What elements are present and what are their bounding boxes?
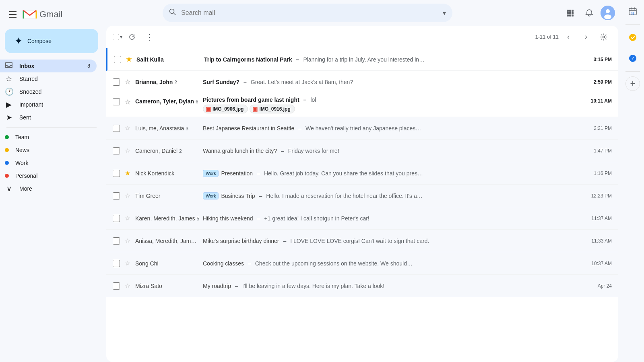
avatar-image — [601, 6, 615, 20]
email-checkbox[interactable] — [113, 260, 120, 267]
svg-text:✓: ✓ — [631, 56, 634, 61]
sent-label: Sent — [19, 114, 31, 121]
inbox-label: Inbox — [19, 63, 34, 69]
attachment-icon: ▣ — [206, 106, 211, 112]
email-checkbox[interactable] — [113, 78, 120, 86]
star-icon[interactable]: ★ — [126, 56, 132, 63]
email-checkbox[interactable] — [113, 125, 120, 132]
email-content: Pictures from board game last night – lo… — [203, 97, 580, 113]
snoozed-label: Snoozed — [19, 88, 41, 95]
email-content: Work Presentation – Hello. Great job tod… — [203, 170, 580, 177]
sidebar-item-inbox[interactable]: Inbox 8 — [0, 60, 97, 72]
sidebar-item-more[interactable]: ∨ More — [0, 182, 97, 195]
star-icon[interactable]: ★ — [125, 169, 130, 177]
select-dropdown-icon[interactable]: ▾ — [120, 34, 122, 40]
main-area: ▾ — [103, 0, 621, 362]
sidebar-item-sent[interactable]: ➤ Sent — [0, 111, 97, 124]
attachment-chip[interactable]: ▣ IMG_0916.jpg — [250, 105, 295, 113]
gmail-logo-icon — [23, 9, 37, 20]
svg-rect-10 — [572, 14, 574, 16]
email-content: Trip to Cairngorms National Park – Plann… — [204, 56, 580, 63]
email-checkbox[interactable] — [113, 215, 120, 222]
sidebar-item-personal[interactable]: Personal — [0, 169, 97, 182]
personal-label: Personal — [15, 173, 37, 179]
star-icon[interactable]: ☆ — [125, 237, 130, 245]
email-time: 10:11 AM — [584, 97, 612, 104]
calendar-icon-btn[interactable]: 31 — [625, 3, 641, 19]
prev-page-button[interactable]: ‹ — [560, 29, 576, 45]
email-sender: Nick Kortendick — [135, 170, 200, 177]
notifications-button[interactable] — [581, 5, 597, 21]
sidebar-item-team[interactable]: Team — [0, 131, 97, 144]
table-row[interactable]: ★ Salit Kulla Trip to Cairngorms Nationa… — [106, 48, 618, 71]
star-icon[interactable]: ☆ — [125, 97, 130, 106]
bell-icon — [585, 9, 593, 17]
work-label: Work — [15, 160, 28, 166]
news-dot-icon — [5, 148, 9, 152]
more-label: More — [19, 185, 32, 192]
sidebar-item-snoozed[interactable]: 🕐 Snoozed — [0, 85, 97, 98]
refresh-button[interactable] — [124, 29, 140, 45]
calendar-button[interactable]: 31 — [625, 3, 641, 19]
table-row[interactable]: ☆ Mizra Sato My roadtrip – I'll be leavi… — [106, 275, 618, 297]
table-row[interactable]: ☆ Tim Greer Work Business Trip – Hello. … — [106, 185, 618, 207]
table-row[interactable]: ☆ Cameron, Tyler, Dylan 6 Pictures from … — [106, 93, 618, 117]
email-subject: Wanna grab lunch in the city? — [203, 148, 277, 154]
email-checkbox[interactable] — [114, 56, 121, 63]
search-bar[interactable]: ▾ — [163, 4, 452, 22]
table-row[interactable]: ☆ Anissa, Meredith, James 3 Mike's surpr… — [106, 230, 618, 252]
sidebar-item-important[interactable]: ▶ Important — [0, 98, 97, 111]
table-row[interactable]: ☆ Luis, me, Anastasia 3 Best Japanese Re… — [106, 117, 618, 140]
attachment-chip[interactable]: ▣ IMG_0906.jpg — [203, 105, 248, 113]
settings-button[interactable] — [596, 29, 612, 45]
table-row[interactable]: ☆ Cameron, Daniel 2 Wanna grab lunch in … — [106, 140, 618, 162]
table-row[interactable]: ☆ Song Chi Cooking classes – Check out t… — [106, 252, 618, 275]
calendar-icon: 31 — [628, 7, 637, 16]
email-subject: Pictures from board game last night — [203, 97, 299, 103]
email-checkbox[interactable] — [113, 147, 120, 154]
sidebar-item-work[interactable]: Work — [0, 156, 97, 169]
next-page-button[interactable]: › — [578, 29, 594, 45]
star-icon[interactable]: ☆ — [125, 124, 130, 132]
star-icon[interactable]: ☆ — [125, 192, 130, 200]
add-addon-button[interactable]: + — [625, 76, 640, 91]
email-time: 2:21 PM — [584, 125, 612, 131]
table-row[interactable]: ☆ Brianna, John 2 Surf Sunday? – Great. … — [106, 71, 618, 93]
svg-point-14 — [603, 36, 605, 38]
hamburger-menu[interactable] — [5, 6, 21, 23]
search-input[interactable] — [181, 9, 438, 16]
apps-button[interactable] — [562, 5, 578, 21]
email-checkbox[interactable] — [113, 98, 120, 105]
select-all-checkbox[interactable] — [113, 34, 119, 40]
table-row[interactable]: ★ Nick Kortendick Work Presentation – He… — [106, 162, 618, 185]
avatar[interactable] — [601, 6, 615, 20]
compose-button[interactable]: ✦ Compose — [5, 29, 98, 53]
email-content-top: Pictures from board game last night – lo… — [203, 97, 316, 103]
star-icon[interactable]: ☆ — [125, 282, 130, 290]
email-preview: I LOVE LOVE LOVE corgis! Can't wait to s… — [290, 238, 429, 244]
email-preview: Hello. I made a reservation for the hote… — [266, 193, 422, 199]
star-icon[interactable]: ☆ — [125, 259, 130, 267]
email-preview: lol — [310, 97, 316, 103]
email-checkbox[interactable] — [113, 170, 120, 177]
email-checkbox[interactable] — [113, 237, 120, 245]
clock-icon: 🕐 — [5, 87, 13, 96]
meet-button[interactable]: ✓ — [625, 50, 641, 66]
sidebar-item-starred[interactable]: ☆ Starred — [0, 72, 97, 85]
toolbar: ▾ ⋮ 1-11 of 11 ‹ › — [106, 26, 618, 48]
email-subject: My roadtrip — [203, 283, 231, 289]
star-icon[interactable]: ☆ — [125, 214, 130, 222]
email-checkbox[interactable] — [113, 192, 120, 200]
more-options-button[interactable]: ⋮ — [142, 29, 158, 45]
email-sender: Brianna, John 2 — [135, 79, 200, 85]
team-label: Team — [15, 134, 29, 140]
search-chevron-icon[interactable]: ▾ — [443, 9, 446, 17]
sidebar-item-news[interactable]: News — [0, 144, 97, 156]
tasks-button[interactable] — [625, 29, 641, 45]
table-row[interactable]: ☆ Karen, Meredith, James 5 Hiking this w… — [106, 207, 618, 230]
star-icon[interactable]: ☆ — [125, 78, 130, 86]
email-content: Best Japanese Restaurant in Seattle – We… — [203, 125, 580, 132]
email-checkbox[interactable] — [113, 282, 120, 290]
star-icon[interactable]: ☆ — [125, 147, 130, 154]
email-time: 2:59 PM — [584, 79, 612, 85]
